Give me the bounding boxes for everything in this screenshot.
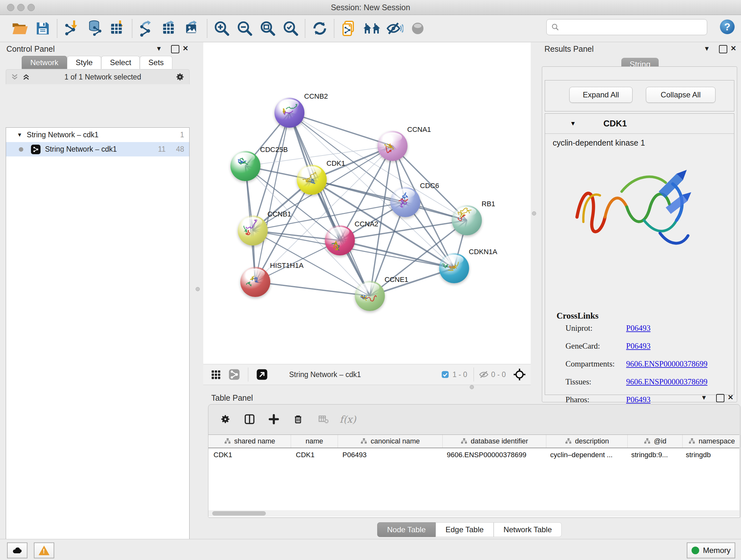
cloud-button[interactable] bbox=[7, 543, 27, 558]
results-panel-float-icon[interactable] bbox=[719, 45, 727, 53]
tab-network[interactable]: Network bbox=[22, 56, 67, 69]
collection-count: 1 bbox=[180, 131, 184, 139]
tab-network-table[interactable]: Network Table bbox=[494, 522, 562, 537]
tab-node-table[interactable]: Node Table bbox=[377, 522, 435, 537]
tab-select[interactable]: Select bbox=[101, 56, 140, 69]
node-ccnb2[interactable] bbox=[274, 98, 305, 128]
hide-selected-button[interactable] bbox=[383, 18, 406, 39]
refresh-layout-button[interactable] bbox=[308, 18, 331, 39]
tab-style[interactable]: Style bbox=[67, 56, 101, 69]
node-ccna1[interactable] bbox=[378, 131, 408, 161]
column-header-namespace[interactable]: namespace bbox=[683, 435, 741, 448]
network-collection-row[interactable]: ▼ String Network – cdk1 1 bbox=[6, 128, 189, 142]
function-builder-icon[interactable]: f(x) bbox=[339, 410, 357, 428]
open-session-button[interactable] bbox=[8, 18, 31, 39]
clone-network-button[interactable] bbox=[337, 18, 360, 39]
network-canvas[interactable]: CCNB2CCNA1CDC25BCDK1CDC6RB1CCNB1CCNA2CDK… bbox=[203, 43, 531, 364]
selected-checkbox-icon[interactable] bbox=[441, 370, 449, 379]
zoom-fit-button[interactable] bbox=[256, 18, 279, 39]
node-label-hist1h1a: HIST1H1A bbox=[270, 261, 304, 270]
tab-sets[interactable]: Sets bbox=[140, 56, 172, 69]
zoom-in-button[interactable] bbox=[210, 18, 233, 39]
node-cdc6[interactable] bbox=[390, 187, 420, 217]
export-network-button[interactable] bbox=[135, 18, 158, 39]
node-label-cdkn1a: CDKN1A bbox=[469, 248, 497, 256]
node-cdc25b[interactable] bbox=[230, 151, 260, 181]
crosslink-link[interactable]: 9606.ENSP00000378699 bbox=[626, 360, 708, 368]
save-session-button[interactable] bbox=[31, 18, 54, 39]
column-header-description[interactable]: description bbox=[546, 435, 628, 448]
column-header-database-identifier[interactable]: database identifier bbox=[443, 435, 546, 448]
left-splitter-grip[interactable] bbox=[196, 287, 200, 291]
gene-description: cyclin-dependent kinase 1 bbox=[545, 134, 734, 147]
table-cell: cyclin–dependent ... bbox=[545, 448, 626, 462]
crosslink-row: GeneCard:P06493 bbox=[565, 341, 725, 351]
control-panel-collapse-icon[interactable]: ▼ bbox=[156, 45, 162, 52]
collapse-all-networks-icon[interactable] bbox=[10, 73, 19, 81]
string-view-icon[interactable] bbox=[225, 365, 244, 384]
node-rb1[interactable] bbox=[452, 205, 482, 235]
export-image-button[interactable] bbox=[181, 18, 204, 39]
graphics-details-toggle-icon[interactable] bbox=[253, 365, 271, 384]
control-panel-title: Control Panel bbox=[6, 44, 55, 53]
node-label-ccna1: CCNA1 bbox=[407, 125, 431, 134]
right-splitter-grip[interactable] bbox=[532, 211, 536, 215]
crosslink-link[interactable]: 9606.ENSP00000378699 bbox=[626, 377, 708, 386]
hidden-eye-icon[interactable] bbox=[478, 369, 489, 380]
table-settings-gear-icon[interactable] bbox=[216, 410, 234, 428]
column-header-shared-name[interactable]: shared name bbox=[208, 435, 291, 448]
node-cdk1[interactable] bbox=[297, 165, 327, 195]
delete-table-icon[interactable] bbox=[314, 410, 333, 428]
import-network-from-database-button[interactable] bbox=[83, 18, 106, 39]
show-all-button[interactable] bbox=[406, 18, 429, 39]
table-panel-collapse-icon[interactable]: ▼ bbox=[701, 394, 707, 401]
fit-selected-crosshair-icon[interactable] bbox=[510, 365, 529, 384]
table-panel-float-icon[interactable] bbox=[716, 394, 724, 402]
help-button[interactable]: ? bbox=[720, 19, 735, 34]
import-network-from-file-button[interactable] bbox=[60, 18, 83, 39]
node-label-rb1: RB1 bbox=[482, 200, 495, 208]
expand-all-button[interactable]: Expand All bbox=[569, 87, 632, 103]
tree-column-icon bbox=[360, 438, 367, 445]
show-column-panel-icon[interactable] bbox=[240, 410, 259, 428]
table-row[interactable]: CDK1CDK1P064939606.ENSP00000378699cyclin… bbox=[208, 448, 739, 462]
add-column-icon[interactable] bbox=[265, 410, 283, 428]
tree-column-icon bbox=[224, 438, 231, 445]
scrollbar-thumb[interactable] bbox=[212, 511, 266, 516]
zoom-out-button[interactable] bbox=[233, 18, 256, 39]
column-header-canonical-name[interactable]: canonical name bbox=[338, 435, 443, 448]
memory-button[interactable]: Memory bbox=[687, 543, 735, 558]
crosslink-label: Tissues: bbox=[565, 377, 626, 386]
collection-expand-triangle-icon[interactable]: ▼ bbox=[17, 132, 22, 138]
network-row-selected[interactable]: String Network – cdk1 11 48 bbox=[6, 142, 189, 157]
search-input[interactable] bbox=[562, 22, 704, 32]
node-cdkn1a[interactable] bbox=[439, 253, 469, 283]
column-header--id[interactable]: @id bbox=[628, 435, 683, 448]
warning-button[interactable] bbox=[34, 543, 54, 558]
tab-edge-table[interactable]: Edge Table bbox=[435, 522, 494, 537]
grid-view-icon[interactable] bbox=[206, 365, 225, 384]
crosslink-link[interactable]: P06493 bbox=[626, 341, 650, 351]
results-panel-collapse-icon[interactable]: ▼ bbox=[704, 45, 710, 52]
node-hist1h1a[interactable] bbox=[240, 267, 270, 297]
collapse-all-button[interactable]: Collapse All bbox=[646, 87, 716, 103]
entry-collapse-triangle-icon[interactable]: ▼ bbox=[570, 120, 576, 127]
first-neighbors-button[interactable] bbox=[360, 18, 383, 39]
column-header-name[interactable]: name bbox=[291, 435, 338, 448]
control-panel-float-icon[interactable] bbox=[171, 45, 179, 53]
node-ccne1[interactable] bbox=[355, 281, 385, 311]
import-table-from-file-button[interactable] bbox=[106, 18, 129, 39]
crosslink-link[interactable]: P06493 bbox=[626, 324, 650, 333]
results-panel-close-icon[interactable]: ✕ bbox=[731, 44, 736, 53]
node-ccnb1[interactable] bbox=[238, 215, 268, 246]
network-selected-status: 1 of 1 Network selected bbox=[30, 73, 175, 81]
control-panel-close-icon[interactable]: ✕ bbox=[183, 44, 188, 53]
export-table-button[interactable] bbox=[158, 18, 181, 39]
delete-column-trash-icon[interactable] bbox=[289, 410, 307, 428]
zoom-selected-button[interactable] bbox=[279, 18, 302, 39]
selected-counts: 1 - 0 bbox=[453, 370, 467, 379]
node-ccna2[interactable] bbox=[325, 226, 355, 255]
table-panel-close-icon[interactable]: ✕ bbox=[728, 393, 733, 401]
expand-all-networks-icon[interactable] bbox=[22, 73, 30, 81]
network-options-gear-icon[interactable] bbox=[175, 72, 185, 82]
